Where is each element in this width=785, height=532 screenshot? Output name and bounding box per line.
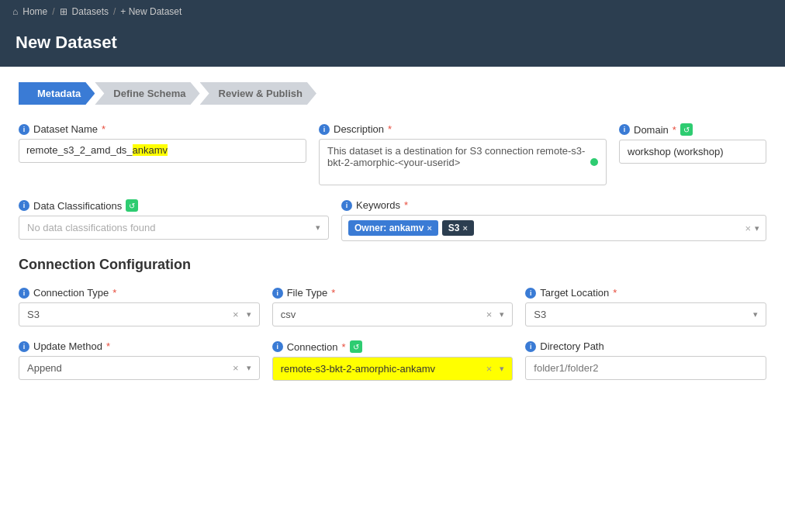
form-row-4: i Update Method * Append × ▾ i Connectio… bbox=[19, 340, 766, 381]
data-classifications-label: i Data Classifications ↺ bbox=[19, 199, 329, 212]
connection-chevron-icon: ▾ bbox=[500, 364, 504, 374]
breadcrumb-datasets[interactable]: Datasets bbox=[72, 6, 109, 17]
keyword-tag-owner: Owner: ankamv × bbox=[348, 220, 438, 236]
home-icon: ⌂ bbox=[12, 6, 18, 17]
domain-info-icon[interactable]: i bbox=[619, 124, 630, 135]
target-location-value: S3 bbox=[534, 309, 546, 320]
file-type-chevron-icon: ▾ bbox=[500, 309, 504, 320]
target-location-label: i Target Location * bbox=[525, 287, 766, 299]
connection-refresh-icon[interactable]: ↺ bbox=[350, 340, 362, 353]
update-method-info-icon[interactable]: i bbox=[19, 341, 29, 352]
connection-config-title: Connection Configuration bbox=[19, 257, 766, 273]
connection-type-group: i Connection Type * S3 × ▾ bbox=[19, 287, 260, 326]
keyword-tag-s3-label: S3 bbox=[448, 223, 460, 233]
breadcrumb: ⌂ Home / ⊞ Datasets / + New Dataset bbox=[0, 0, 785, 23]
keywords-info-icon[interactable]: i bbox=[341, 200, 352, 211]
connection-select[interactable]: remote-s3-bkt-2-amorphic-ankamv × ▾ bbox=[272, 357, 514, 381]
update-method-select[interactable]: Append × ▾ bbox=[19, 356, 260, 380]
domain-group: i Domain * ↺ workshop (workshop) bbox=[619, 123, 766, 164]
connection-type-value: S3 bbox=[27, 309, 40, 320]
domain-refresh-icon[interactable]: ↺ bbox=[680, 123, 693, 136]
connection-type-select[interactable]: S3 × ▾ bbox=[19, 302, 260, 326]
target-location-group: i Target Location * S3 ▾ bbox=[525, 287, 766, 326]
file-type-label: i File Type * bbox=[272, 287, 514, 299]
file-type-info-icon[interactable]: i bbox=[272, 288, 283, 299]
update-method-group: i Update Method * Append × ▾ bbox=[19, 340, 260, 380]
directory-path-info-icon[interactable]: i bbox=[525, 341, 536, 352]
form-row-1: i Dataset Name * remote_s3_2_amd_ds_anka… bbox=[19, 123, 766, 185]
connection-type-info-icon[interactable]: i bbox=[19, 288, 29, 299]
datasets-icon: ⊞ bbox=[60, 6, 67, 17]
data-classifications-select[interactable]: No data classifications found ▾ bbox=[19, 216, 329, 240]
main-content: Metadata Define Schema Review & Publish … bbox=[0, 67, 785, 532]
connection-group: i Connection * ↺ remote-s3-bkt-2-amorphi… bbox=[272, 340, 514, 381]
update-method-label: i Update Method * bbox=[19, 340, 260, 352]
keywords-label: i Keywords * bbox=[341, 199, 766, 211]
keywords-clear-icon[interactable]: × bbox=[745, 223, 751, 234]
directory-path-label: i Directory Path bbox=[525, 340, 766, 352]
keywords-group: i Keywords * Owner: ankamv × S3 × × ▾ bbox=[341, 199, 766, 241]
breadcrumb-new-dataset: + New Dataset bbox=[120, 6, 182, 17]
dataset-name-label: i Dataset Name * bbox=[19, 123, 306, 135]
data-classifications-info-icon[interactable]: i bbox=[19, 200, 29, 211]
description-group: i Description * This dataset is a destin… bbox=[319, 123, 607, 185]
file-type-value: csv bbox=[281, 309, 296, 320]
keyword-tag-owner-label: Owner: ankamv bbox=[354, 223, 424, 233]
description-info-icon[interactable]: i bbox=[319, 124, 330, 135]
step-define-schema[interactable]: Define Schema bbox=[95, 82, 199, 105]
update-method-value: Append bbox=[27, 362, 62, 374]
keyword-tag-s3: S3 × bbox=[442, 220, 474, 236]
data-classifications-chevron-icon: ▾ bbox=[316, 223, 320, 233]
form-row-3: i Connection Type * S3 × ▾ i File Type *… bbox=[19, 287, 766, 326]
page-title: New Dataset bbox=[16, 33, 769, 53]
keywords-chevron-icon[interactable]: ▾ bbox=[755, 223, 759, 233]
connection-info-icon[interactable]: i bbox=[272, 341, 283, 352]
directory-path-group: i Directory Path bbox=[525, 340, 766, 380]
connection-clear-icon[interactable]: × bbox=[486, 363, 493, 375]
connection-type-clear-icon[interactable]: × bbox=[233, 309, 239, 320]
keywords-tags-wrapper[interactable]: Owner: ankamv × S3 × × ▾ bbox=[341, 215, 766, 241]
file-type-group: i File Type * csv × ▾ bbox=[272, 287, 514, 326]
data-classifications-placeholder: No data classifications found bbox=[27, 222, 155, 233]
form-row-2: i Data Classifications ↺ No data classif… bbox=[19, 199, 766, 241]
dataset-name-info-icon[interactable]: i bbox=[19, 124, 29, 135]
dataset-name-group: i Dataset Name * remote_s3_2_amd_ds_anka… bbox=[19, 123, 306, 163]
description-label: i Description * bbox=[319, 123, 607, 135]
stepper: Metadata Define Schema Review & Publish bbox=[19, 82, 766, 105]
update-method-clear-icon[interactable]: × bbox=[233, 362, 239, 374]
dataset-name-input[interactable] bbox=[19, 139, 306, 163]
directory-path-input[interactable] bbox=[525, 356, 766, 380]
update-method-chevron-icon: ▾ bbox=[247, 363, 251, 373]
connection-type-chevron-icon: ▾ bbox=[247, 309, 251, 320]
step-metadata[interactable]: Metadata bbox=[19, 82, 95, 105]
description-textarea[interactable]: This dataset is a destination for S3 con… bbox=[319, 139, 607, 185]
breadcrumb-home[interactable]: Home bbox=[22, 6, 47, 17]
file-type-clear-icon[interactable]: × bbox=[486, 309, 493, 320]
description-status-dot bbox=[590, 158, 598, 166]
connection-type-label: i Connection Type * bbox=[19, 287, 260, 299]
keyword-tag-owner-close-icon[interactable]: × bbox=[427, 223, 431, 233]
target-location-info-icon[interactable]: i bbox=[525, 288, 536, 299]
description-value: This dataset is a destination for S3 con… bbox=[327, 145, 585, 168]
step-review-publish[interactable]: Review & Publish bbox=[200, 82, 316, 105]
page-header: New Dataset bbox=[0, 23, 785, 67]
connection-label: i Connection * ↺ bbox=[272, 340, 514, 353]
data-classifications-refresh-icon[interactable]: ↺ bbox=[126, 199, 138, 212]
file-type-select[interactable]: csv × ▾ bbox=[272, 302, 514, 326]
connection-value: remote-s3-bkt-2-amorphic-ankamv bbox=[281, 363, 435, 375]
target-location-chevron-icon: ▾ bbox=[753, 309, 758, 320]
domain-label: i Domain * ↺ bbox=[619, 123, 766, 136]
target-location-select[interactable]: S3 ▾ bbox=[525, 302, 766, 326]
domain-value[interactable]: workshop (workshop) bbox=[619, 140, 766, 164]
keyword-tag-s3-close-icon[interactable]: × bbox=[463, 223, 468, 233]
data-classifications-group: i Data Classifications ↺ No data classif… bbox=[19, 199, 329, 240]
